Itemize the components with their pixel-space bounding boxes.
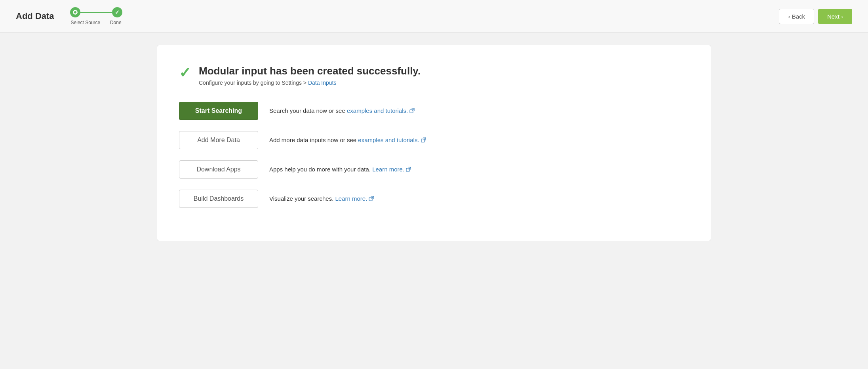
action-row-start-searching: Start SearchingSearch your data now or s…: [179, 102, 689, 120]
download-apps-desc-text: Apps help you do more with your data.: [269, 166, 372, 173]
success-checkmark: ✓: [179, 66, 191, 80]
build-dashboards-description: Visualize your searches. Learn more.: [269, 195, 374, 202]
success-subtitle-text: Configure your inputs by going to Settin…: [199, 80, 308, 86]
external-link-icon: [406, 167, 411, 173]
page-header: Add Data Select Source Done ‹ Back Next …: [0, 0, 868, 33]
step-2-label: Done: [110, 20, 122, 25]
add-more-data-description: Add more data inputs now or see examples…: [269, 137, 426, 144]
add-more-data-desc-link[interactable]: examples and tutorials.: [358, 137, 419, 143]
build-dashboards-button[interactable]: Build Dashboards: [179, 190, 258, 208]
data-inputs-link[interactable]: Data Inputs: [308, 80, 337, 86]
back-button[interactable]: ‹ Back: [779, 9, 814, 24]
action-row-build-dashboards: Build DashboardsVisualize your searches.…: [179, 190, 689, 208]
stepper-labels: Select Source Done: [70, 20, 122, 25]
wizard-stepper: Select Source Done: [70, 7, 122, 25]
build-dashboards-desc-text: Visualize your searches.: [269, 195, 335, 202]
start-searching-description: Search your data now or see examples and…: [269, 107, 415, 114]
action-rows: Start SearchingSearch your data now or s…: [179, 102, 689, 208]
start-searching-button[interactable]: Start Searching: [179, 102, 258, 120]
download-apps-description: Apps help you do more with your data. Le…: [269, 166, 411, 173]
external-link-icon: [421, 137, 426, 144]
header-actions: ‹ Back Next ›: [779, 9, 852, 24]
step-2-circle: [112, 7, 122, 17]
add-more-data-button[interactable]: Add More Data: [179, 131, 258, 149]
external-link-icon: [369, 196, 374, 202]
main-content: ✓ Modular input has been created success…: [0, 33, 868, 253]
add-more-data-desc-text: Add more data inputs now or see: [269, 137, 358, 143]
next-button[interactable]: Next ›: [818, 9, 852, 24]
success-text-block: Modular input has been created successfu…: [199, 65, 421, 86]
step-1-label: Select Source: [71, 20, 101, 25]
start-searching-desc-link[interactable]: examples and tutorials.: [347, 107, 408, 114]
success-header: ✓ Modular input has been created success…: [179, 65, 689, 86]
stepper-track: [70, 7, 122, 17]
action-row-add-more-data: Add More DataAdd more data inputs now or…: [179, 131, 689, 149]
action-row-download-apps: Download AppsApps help you do more with …: [179, 160, 689, 179]
success-title: Modular input has been created successfu…: [199, 65, 421, 77]
build-dashboards-desc-link[interactable]: Learn more.: [335, 195, 367, 202]
step-line: [80, 12, 112, 13]
step-1-circle: [70, 7, 80, 17]
start-searching-desc-text: Search your data now or see: [269, 107, 347, 114]
content-card: ✓ Modular input has been created success…: [157, 45, 711, 241]
download-apps-button[interactable]: Download Apps: [179, 160, 258, 179]
page-title: Add Data: [16, 11, 54, 21]
success-subtitle: Configure your inputs by going to Settin…: [199, 80, 421, 86]
external-link-icon: [409, 108, 415, 114]
step-1-dot: [73, 10, 78, 15]
download-apps-desc-link[interactable]: Learn more.: [372, 166, 404, 173]
